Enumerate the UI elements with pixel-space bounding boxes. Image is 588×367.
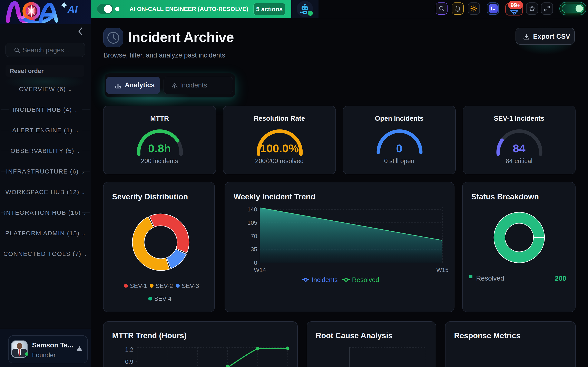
svg-text:140: 140 <box>247 206 257 213</box>
svg-text:Incidents: Incidents <box>311 276 338 284</box>
svg-text:0.9: 0.9 <box>125 359 133 365</box>
svg-text:0: 0 <box>254 259 257 266</box>
svg-text:AI: AI <box>67 4 78 15</box>
svg-text:Resolved: Resolved <box>352 276 379 284</box>
svg-text:W14: W14 <box>254 267 266 273</box>
svg-text:35: 35 <box>251 246 257 253</box>
svg-text:70: 70 <box>251 233 257 239</box>
svg-text:1.2: 1.2 <box>125 346 133 353</box>
svg-text:W15: W15 <box>436 267 449 273</box>
svg-text:105: 105 <box>247 219 257 226</box>
